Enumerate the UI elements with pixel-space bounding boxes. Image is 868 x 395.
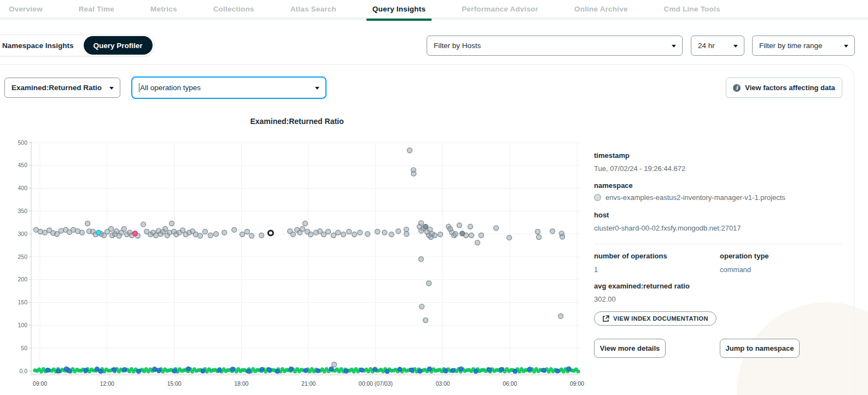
operations-count-label: number of operations — [594, 252, 667, 260]
view-more-details-label: View more details — [600, 344, 660, 352]
operation-type-label: All operation types — [140, 84, 201, 92]
svg-text:09:00: 09:00 — [33, 380, 47, 387]
svg-text:350: 350 — [18, 208, 27, 214]
avg-ratio-label: avg examined:returned ratio — [594, 282, 690, 290]
operations-count-value: 1 — [594, 266, 598, 274]
tab-online-archive[interactable]: Online Archive — [568, 0, 634, 19]
svg-text:03:00: 03:00 — [435, 380, 450, 387]
tab-real-time[interactable]: Real Time — [73, 0, 120, 19]
timestamp-value: Tue, 07/02/24 - 19:26:44.672 — [594, 164, 685, 173]
jump-to-namespace-button[interactable]: Jump to namespace — [720, 339, 800, 358]
panel-divider — [594, 244, 842, 244]
svg-text:0.0: 0.0 — [19, 368, 27, 374]
svg-text:15:00: 15:00 — [167, 380, 181, 387]
svg-text:150: 150 — [18, 299, 27, 305]
operation-type-field-label: operation type — [720, 252, 769, 260]
view-factors-button[interactable]: i View factors affecting data — [726, 78, 842, 98]
chevron-down-icon — [733, 45, 738, 48]
operation-type-value: command — [720, 266, 751, 274]
svg-text:300: 300 — [18, 231, 27, 237]
avg-ratio-value: 302.00 — [594, 295, 616, 303]
svg-text:12:00: 12:00 — [100, 380, 114, 387]
timestamp-label: timestamp — [594, 151, 630, 160]
svg-text:09:00: 09:00 — [570, 380, 584, 387]
chart-metric-label: Examined:Returned Ratio — [11, 84, 102, 92]
view-index-documentation-label: VIEW INDEX DOCUMENTATION — [613, 315, 708, 322]
chevron-down-icon — [672, 45, 676, 48]
text-cursor — [139, 83, 139, 92]
svg-text:06:00: 06:00 — [503, 380, 517, 387]
chart-metric-select[interactable]: Examined:Returned Ratio — [4, 78, 120, 98]
chevron-down-icon — [109, 87, 114, 90]
tab-performance-advisor[interactable]: Performance Advisor — [456, 0, 544, 19]
view-factors-label: View factors affecting data — [745, 84, 835, 92]
namespace-label: namespace — [594, 181, 633, 190]
series-dot-icon — [594, 194, 601, 201]
tab-overview[interactable]: Overview — [3, 0, 49, 19]
insights-profiler-toggle: Namespace Insights Query Profiler — [0, 34, 155, 56]
query-profiler-segment[interactable]: Query Profiler — [84, 36, 153, 55]
view-more-details-button[interactable]: View more details — [594, 339, 666, 358]
svg-text:200: 200 — [18, 276, 27, 282]
namespace-value: envs-examples-eastus2-inventory-manager-… — [605, 193, 785, 202]
tab-query-insights[interactable]: Query Insights — [366, 0, 432, 19]
svg-text:21:00: 21:00 — [301, 380, 316, 387]
scatter-chart[interactable]: 0.05010015020025030035040045050009:0012:… — [0, 137, 591, 395]
chevron-down-icon — [844, 45, 848, 48]
tab-collections[interactable]: Collections — [207, 0, 260, 19]
svg-text:18:00: 18:00 — [234, 380, 248, 387]
interval-label: 24 hr — [698, 42, 715, 50]
external-link-icon — [602, 315, 609, 322]
svg-text:100: 100 — [18, 322, 27, 328]
host-value: cluster0-shard-00-02.fxsfy.mongodb.net:2… — [594, 224, 741, 232]
svg-text:500: 500 — [18, 139, 27, 146]
namespace-insights-segment[interactable]: Namespace Insights — [0, 36, 84, 55]
hosts-filter-select[interactable]: Filter by Hosts — [427, 36, 683, 56]
interval-select[interactable]: 24 hr — [691, 36, 744, 56]
operation-type-select[interactable]: All operation types — [131, 76, 327, 99]
time-range-label: Filter by time range — [759, 42, 823, 50]
tab-atlas-search[interactable]: Atlas Search — [284, 0, 342, 19]
tab-metrics[interactable]: Metrics — [144, 0, 183, 19]
svg-text:00:00 (07/03): 00:00 (07/03) — [359, 380, 393, 387]
top-nav: Overview Real Time Metrics Collections A… — [0, 0, 868, 20]
hosts-filter-label: Filter by Hosts — [434, 42, 481, 50]
namespace-row: envs-examples-eastus2-inventory-manager-… — [594, 193, 785, 202]
view-index-documentation-button[interactable]: VIEW INDEX DOCUMENTATION — [594, 311, 716, 326]
tab-cmd-line-tools[interactable]: Cmd Line Tools — [658, 0, 726, 19]
chevron-down-icon — [315, 87, 319, 90]
host-label: host — [594, 211, 609, 219]
info-icon: i — [733, 84, 741, 92]
svg-text:50: 50 — [21, 345, 27, 351]
chart-title: Examined:Returned Ratio — [78, 117, 516, 126]
svg-text:400: 400 — [18, 185, 27, 191]
svg-text:250: 250 — [18, 253, 27, 260]
time-range-select[interactable]: Filter by time range — [752, 36, 855, 56]
jump-to-namespace-label: Jump to namespace — [726, 344, 794, 352]
svg-text:450: 450 — [18, 162, 27, 168]
